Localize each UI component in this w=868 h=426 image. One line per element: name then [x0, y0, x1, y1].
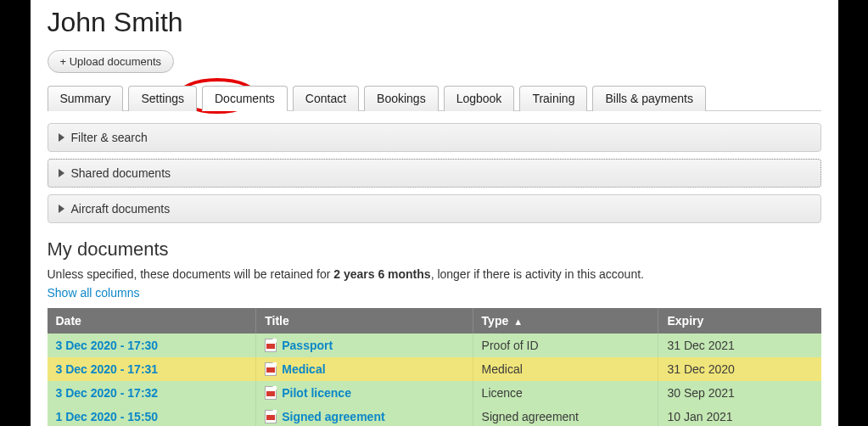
cell-date[interactable]: 3 Dec 2020 - 17:32 [48, 381, 256, 405]
tab-bookings[interactable]: Bookings [364, 86, 439, 111]
cell-expiry: 30 Sep 2021 [658, 381, 821, 405]
sort-asc-icon: ▲ [513, 317, 523, 327]
upload-documents-button[interactable]: + Upload documents [48, 50, 175, 73]
col-type[interactable]: Type ▲ [473, 308, 658, 334]
tab-training[interactable]: Training [519, 86, 587, 111]
accordion-label: Shared documents [71, 166, 171, 180]
cell-type: Medical [473, 357, 658, 381]
col-title[interactable]: Title [256, 308, 473, 334]
cell-expiry: 10 Jan 2021 [658, 405, 821, 426]
tab-logbook[interactable]: Logbook [444, 86, 515, 111]
tab-bills-payments[interactable]: Bills & payments [592, 86, 705, 111]
cell-date[interactable]: 1 Dec 2020 - 15:50 [48, 405, 256, 426]
accordion-shared-documents[interactable]: Shared documents [48, 159, 821, 188]
retention-duration: 2 years 6 months [333, 267, 430, 281]
my-documents-heading: My documents [48, 238, 821, 261]
cell-type: Proof of ID [473, 334, 658, 357]
accordion-label: Aircraft documents [71, 202, 171, 216]
table-row: 3 Dec 2020 - 17:32Pilot licenceLicence30… [48, 381, 821, 405]
pdf-icon [265, 410, 277, 423]
document-link[interactable]: Signed agreement [282, 410, 384, 423]
tabs-bar: SummarySettingsDocumentsContactBookingsL… [48, 85, 821, 111]
tab-contact[interactable]: Contact [293, 86, 359, 111]
tab-settings[interactable]: Settings [128, 86, 197, 111]
retention-notice: Unless specified, these documents will b… [48, 267, 821, 281]
accordion-aircraft-documents[interactable]: Aircraft documents [48, 194, 821, 223]
cell-type: Signed agreement [473, 405, 658, 426]
accordion-label: Filter & search [71, 131, 148, 144]
tab-documents[interactable]: Documents [202, 86, 288, 111]
pdf-icon [265, 362, 277, 376]
pdf-icon [265, 386, 277, 400]
cell-expiry: 31 Dec 2020 [658, 357, 821, 381]
col-expiry[interactable]: Expiry [658, 308, 821, 334]
retention-suffix: , longer if there is activity in this ac… [431, 267, 644, 281]
cell-expiry: 31 Dec 2021 [658, 334, 821, 357]
table-row: 3 Dec 2020 - 17:30PassportProof of ID31 … [48, 334, 821, 357]
table-row: 1 Dec 2020 - 15:50Signed agreementSigned… [48, 405, 821, 426]
chevron-right-icon [59, 169, 64, 177]
document-link[interactable]: Passport [282, 339, 333, 352]
cell-title: Medical [256, 357, 473, 381]
tab-summary[interactable]: Summary [48, 86, 124, 111]
cell-date[interactable]: 3 Dec 2020 - 17:30 [48, 334, 256, 357]
cell-type: Licence [473, 381, 658, 405]
accordion-filter-search[interactable]: Filter & search [48, 123, 821, 152]
page-title: John Smith [48, 7, 821, 38]
show-all-columns-link[interactable]: Show all columns [48, 286, 140, 300]
retention-prefix: Unless specified, these documents will b… [48, 267, 334, 281]
cell-date[interactable]: 3 Dec 2020 - 17:31 [48, 357, 256, 381]
cell-title: Signed agreement [256, 405, 473, 426]
document-link[interactable]: Pilot licence [282, 386, 351, 400]
cell-title: Pilot licence [256, 381, 473, 405]
document-link[interactable]: Medical [282, 362, 325, 376]
chevron-right-icon [59, 205, 64, 213]
chevron-right-icon [59, 133, 64, 142]
documents-table: Date Title Type ▲ Expiry 3 Dec 2020 - 17… [48, 308, 821, 426]
table-row: 3 Dec 2020 - 17:31MedicalMedical31 Dec 2… [48, 357, 821, 381]
col-date[interactable]: Date [48, 308, 256, 334]
cell-title: Passport [256, 334, 473, 357]
pdf-icon [265, 339, 277, 352]
